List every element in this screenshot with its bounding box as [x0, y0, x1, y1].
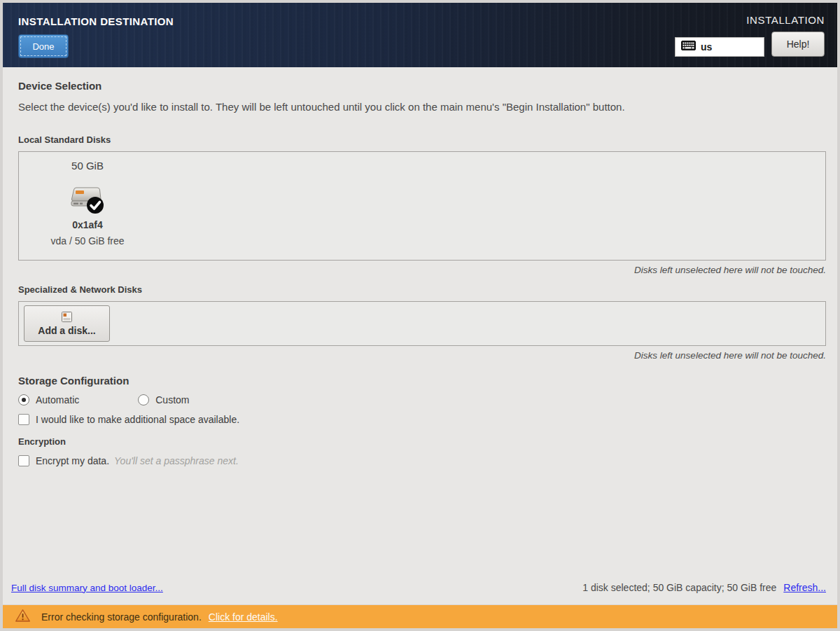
local-disks-note: Disks left unselected here will not be t…: [18, 265, 826, 275]
help-button[interactable]: Help!: [771, 32, 825, 57]
keyboard-layout-value: us: [701, 41, 712, 53]
disk-name: 0x1af4: [72, 219, 103, 230]
disk-tile-vda[interactable]: 50 GiB 0x1af4 vd: [27, 152, 148, 247]
warning-message: Error checking storage configuration.: [41, 611, 202, 623]
add-disk-icon: [61, 311, 73, 323]
radio-automatic-control[interactable]: [18, 394, 29, 405]
radio-custom[interactable]: Custom: [138, 394, 189, 405]
warning-icon: [15, 609, 31, 625]
additional-space-label: I would like to make additional space av…: [36, 414, 239, 425]
done-button[interactable]: Done: [18, 34, 69, 58]
installation-category-label: INSTALLATION: [746, 14, 825, 26]
error-warning-bar[interactable]: Error checking storage configuration. Cl…: [3, 604, 837, 628]
encrypt-option[interactable]: Encrypt my data. You'll set a passphrase…: [18, 455, 826, 466]
local-disks-label: Local Standard Disks: [18, 134, 826, 145]
encrypt-label: Encrypt my data.: [36, 455, 109, 466]
add-disk-button[interactable]: Add a disk...: [24, 305, 110, 342]
storage-configuration-heading: Storage Configuration: [18, 375, 826, 387]
partitioning-options: Automatic Custom: [18, 394, 826, 405]
keyboard-icon: [681, 41, 696, 53]
disk-size: 50 GiB: [71, 160, 104, 172]
local-disks-box: 50 GiB 0x1af4 vd: [18, 151, 826, 261]
hard-drive-icon: [69, 183, 106, 217]
additional-space-option[interactable]: I would like to make additional space av…: [18, 414, 826, 425]
device-selection-description: Select the device(s) you'd like to insta…: [18, 101, 826, 113]
refresh-link[interactable]: Refresh...: [783, 582, 826, 593]
device-selection-heading: Device Selection: [18, 80, 826, 92]
encrypt-checkbox[interactable]: [18, 455, 29, 466]
footer-status: 1 disk selected; 50 GiB capacity; 50 GiB…: [582, 582, 826, 593]
header-right: INSTALLATION us Help!: [675, 13, 825, 67]
encryption-label: Encryption: [18, 436, 826, 447]
disk-selection-status: 1 disk selected; 50 GiB capacity; 50 GiB…: [582, 582, 776, 593]
page-title: INSTALLATION DESTINATION: [18, 15, 174, 27]
radio-custom-control[interactable]: [138, 394, 149, 405]
footer-bar: Full disk summary and boot loader... 1 d…: [11, 582, 826, 604]
warning-details-link[interactable]: Click for details.: [209, 611, 278, 623]
radio-automatic[interactable]: Automatic: [18, 394, 79, 405]
encrypt-hint: You'll set a passphrase next.: [114, 455, 239, 466]
additional-space-checkbox[interactable]: [18, 414, 29, 425]
keyboard-layout-indicator[interactable]: us: [675, 37, 764, 57]
header-bar: INSTALLATION DESTINATION Done INSTALLATI…: [3, 3, 837, 67]
radio-custom-label: Custom: [155, 394, 189, 405]
full-disk-summary-link[interactable]: Full disk summary and boot loader...: [11, 583, 163, 593]
main-content: Device Selection Select the device(s) yo…: [3, 67, 837, 604]
specialized-disks-box: Add a disk...: [18, 301, 826, 346]
radio-automatic-label: Automatic: [36, 394, 79, 405]
specialized-disks-note: Disks left unselected here will not be t…: [18, 350, 826, 361]
add-disk-label: Add a disk...: [38, 325, 95, 336]
disk-details: vda / 50 GiB free: [50, 235, 124, 247]
specialized-disks-label: Specialized & Network Disks: [18, 284, 826, 295]
header-left: INSTALLATION DESTINATION Done: [18, 13, 174, 67]
